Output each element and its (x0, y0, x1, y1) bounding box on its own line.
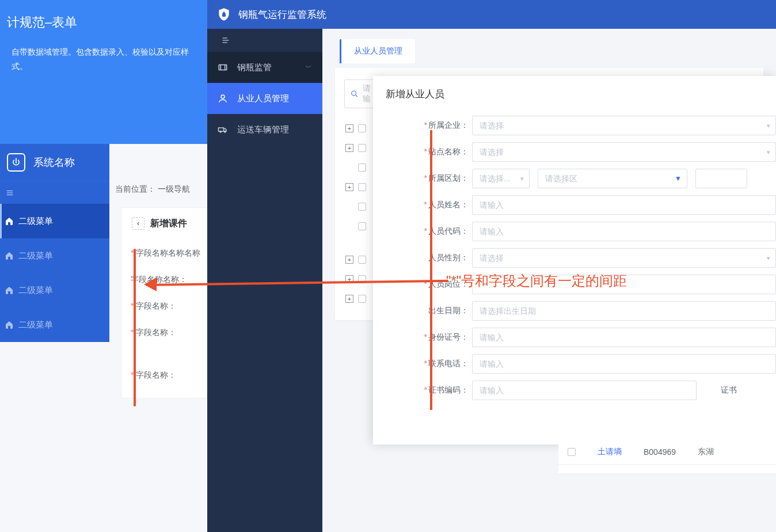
expand-icon[interactable]: + (345, 144, 353, 152)
cylinder-icon (218, 62, 228, 73)
annotation-guideline-left (134, 249, 136, 406)
person-icon (218, 93, 228, 104)
nav-item-vehicle[interactable]: 运送车辆管理 (207, 114, 322, 145)
form-row-idno: *身份证号： (373, 328, 776, 347)
spec-subtitle: 自带数据域管理。包含数据录入、校验以及对应样式。 (7, 45, 200, 74)
nav-item-personnel[interactable]: 从业人员管理 (207, 83, 322, 114)
expand-icon[interactable]: + (345, 295, 353, 303)
home-icon (5, 251, 14, 260)
form-label: 人员性别： (373, 253, 472, 263)
form-label: *人员姓名： (373, 200, 472, 210)
nav-label: 运送车辆管理 (237, 124, 289, 135)
back-button[interactable]: ‹ (132, 217, 144, 230)
tree-checkbox[interactable] (358, 203, 366, 211)
annotation-arrowhead (144, 278, 157, 291)
form-label: *证书编码： (373, 385, 472, 396)
area-district-select[interactable] (538, 169, 687, 188)
gender-select[interactable] (472, 248, 776, 268)
annotation-guideline (430, 130, 432, 410)
row-name-link[interactable]: 土请墒 (598, 447, 622, 457)
nav-label: 从业人员管理 (237, 93, 289, 104)
app-header: 钢瓶气运行监管系统 (207, 0, 776, 29)
system-logo-icon (7, 153, 25, 172)
system-header: 系统名称 (0, 144, 109, 181)
tree-checkbox[interactable] (358, 295, 366, 303)
shield-flame-icon (216, 7, 231, 22)
chevron-down-icon: ﹀ (305, 63, 312, 73)
hamburger-icon (6, 189, 14, 197)
area-province-select[interactable] (472, 169, 530, 188)
app-sidebar: 钢瓶监管 ﹀ 从业人员管理 运送车辆管理 (207, 29, 322, 532)
spec-header: 计规范–表单 自带数据域管理。包含数据录入、校验以及对应样式。 (0, 0, 207, 144)
annotation-text: "*"号和字段之间有一定的间距 (446, 272, 627, 290)
form-row-cert: *证书编码： 证书 (373, 381, 776, 400)
form-label: *人员代码： (373, 226, 472, 237)
card-title: 新增课件 (150, 218, 187, 230)
code-input[interactable] (472, 222, 776, 241)
form-label: *联系电话： (373, 359, 472, 369)
row-checkbox[interactable] (568, 448, 576, 456)
menu-item-2[interactable]: 二级菜单 (0, 238, 109, 273)
tab-personnel[interactable]: 从业人员管理 (340, 39, 415, 63)
menu-label: 二级菜单 (18, 320, 53, 330)
svg-point-5 (352, 91, 356, 96)
idno-input[interactable] (472, 328, 776, 347)
tab-strip: 从业人员管理 (322, 29, 776, 63)
home-icon (5, 320, 14, 329)
field-label: *字段名称： (125, 362, 212, 389)
form-row-company: *所属企业： (373, 116, 776, 135)
tree-checkbox[interactable] (358, 124, 366, 132)
tree-checkbox[interactable] (358, 222, 366, 230)
svg-rect-0 (219, 65, 227, 70)
form-row-area: *所属区划： (373, 169, 776, 188)
sidebar-collapse-button[interactable] (0, 181, 109, 204)
app-title: 钢瓶气运行监管系统 (238, 8, 326, 21)
modal-form: *所属企业： *站点名称： *所属区划： *人员姓名： *人员代码： 人员性别： (373, 109, 776, 400)
system-name: 系统名称 (33, 155, 75, 169)
tree-checkbox[interactable] (358, 144, 366, 152)
expand-icon[interactable]: + (345, 183, 353, 191)
form-label: *所属企业： (373, 120, 472, 131)
tree-checkbox[interactable] (358, 183, 366, 191)
name-input[interactable] (472, 195, 776, 215)
form-label: *身份证号： (373, 332, 472, 343)
form-row-birth: 出生日期： (373, 301, 776, 321)
company-select[interactable] (472, 116, 776, 135)
form-label: *站点名称： (373, 147, 472, 157)
cert-side-label: 证书 (705, 385, 737, 396)
expand-icon[interactable]: + (345, 124, 353, 132)
breadcrumb: 当前位置： 一级导航 (115, 184, 190, 195)
form-row-gender: 人员性别： (373, 248, 776, 268)
cert-input[interactable] (472, 381, 697, 400)
menu-label: 二级菜单 (18, 285, 53, 296)
collapse-icon (221, 36, 230, 45)
table-row[interactable]: 土请墒 B004969 东湖 (558, 439, 776, 465)
expand-icon[interactable]: + (345, 256, 353, 264)
site-select[interactable] (472, 142, 776, 162)
field-label: *字段名称： (125, 320, 212, 346)
card-title-row: ‹ 新增课件 (125, 217, 212, 230)
menu-item-4[interactable]: 二级菜单 (0, 307, 109, 342)
menu-item-1[interactable]: 二级菜单 (0, 204, 109, 238)
sidebar-toggle[interactable] (207, 29, 322, 52)
form-label: *所属区划： (373, 173, 472, 184)
system-menu: 二级菜单 二级菜单 二级菜单 二级菜单 (0, 204, 109, 342)
spec-title: 计规范–表单 (7, 14, 200, 31)
field-label: 字段名称名称： (125, 267, 212, 293)
svg-point-1 (221, 95, 225, 98)
row-region: 东湖 (698, 447, 714, 457)
tree-checkbox[interactable] (358, 256, 366, 264)
form-row-phone: *联系电话： (373, 354, 776, 374)
birth-date-input[interactable] (472, 301, 776, 321)
field-label: *字段名称名称名称 (125, 240, 212, 267)
tree-checkbox[interactable] (358, 164, 366, 172)
menu-item-3[interactable]: 二级菜单 (0, 273, 109, 307)
phone-input[interactable] (472, 354, 776, 374)
table-end (558, 465, 776, 474)
form-label: 出生日期： (373, 306, 472, 316)
form-row-site: *站点名称： (373, 142, 776, 162)
truck-icon (218, 124, 228, 135)
menu-label: 二级菜单 (18, 216, 53, 227)
nav-item-cylinder[interactable]: 钢瓶监管 ﹀ (207, 52, 322, 83)
form-row-name: *人员姓名： (373, 195, 776, 215)
